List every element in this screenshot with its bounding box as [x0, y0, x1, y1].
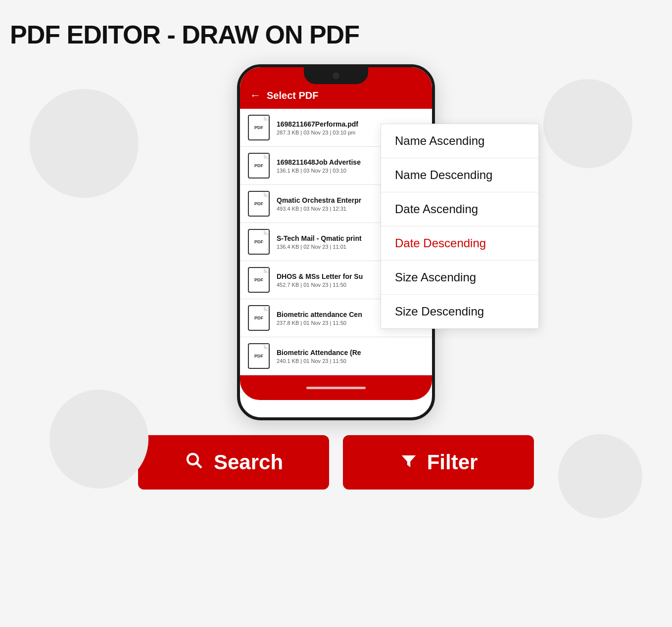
sort-option[interactable]: Size Ascending — [381, 261, 538, 295]
search-button[interactable]: Search — [138, 435, 329, 490]
sort-option[interactable]: Size Descending — [381, 295, 538, 328]
notch-camera — [333, 72, 339, 79]
back-icon[interactable]: ← — [250, 89, 261, 102]
search-button-label: Search — [214, 450, 283, 474]
pdf-file-icon: PDF — [248, 305, 270, 331]
sort-option[interactable]: Name Ascending — [381, 124, 538, 158]
phone-bottom-bar — [240, 375, 432, 400]
bottom-buttons: Search Filter — [138, 435, 534, 490]
bg-circle-bottom-right — [558, 434, 642, 518]
home-indicator — [306, 387, 366, 389]
page-title: PDF EDITOR - DRAW ON PDF — [10, 20, 662, 49]
pdf-file-icon: PDF — [248, 115, 270, 140]
svg-point-0 — [188, 454, 198, 464]
pdf-name: Biometric Attendance (Re — [277, 349, 424, 357]
svg-line-1 — [196, 463, 201, 468]
sort-dropdown: Name AscendingName DescendingDate Ascend… — [381, 124, 539, 329]
filter-button-label: Filter — [427, 450, 478, 474]
pdf-info: Biometric Attendance (Re 240.1 KB | 01 N… — [277, 349, 424, 364]
bg-circle-top-right — [543, 79, 632, 168]
bg-circle-top-left — [30, 89, 139, 198]
sort-option[interactable]: Name Descending — [381, 158, 538, 192]
filter-button[interactable]: Filter — [343, 435, 534, 490]
filter-icon — [399, 451, 418, 474]
pdf-file-icon: PDF — [248, 191, 270, 217]
pdf-file-icon: PDF — [248, 229, 270, 255]
search-icon — [184, 450, 205, 475]
sort-option[interactable]: Date Ascending — [381, 192, 538, 226]
pdf-list-item[interactable]: PDF Biometric Attendance (Re 240.1 KB | … — [240, 337, 432, 375]
pdf-file-icon: PDF — [248, 267, 270, 293]
phone-area: ← Select PDF PDF 1698211667Performa.pdf … — [133, 64, 539, 420]
svg-marker-2 — [401, 455, 416, 467]
header-title: Select PDF — [267, 90, 318, 101]
pdf-meta: 240.1 KB | 01 Nov 23 | 11:50 — [277, 358, 424, 364]
phone-notch — [304, 67, 368, 84]
pdf-file-icon: PDF — [248, 153, 270, 179]
pdf-file-icon: PDF — [248, 343, 270, 369]
sort-option[interactable]: Date Descending — [381, 226, 538, 261]
